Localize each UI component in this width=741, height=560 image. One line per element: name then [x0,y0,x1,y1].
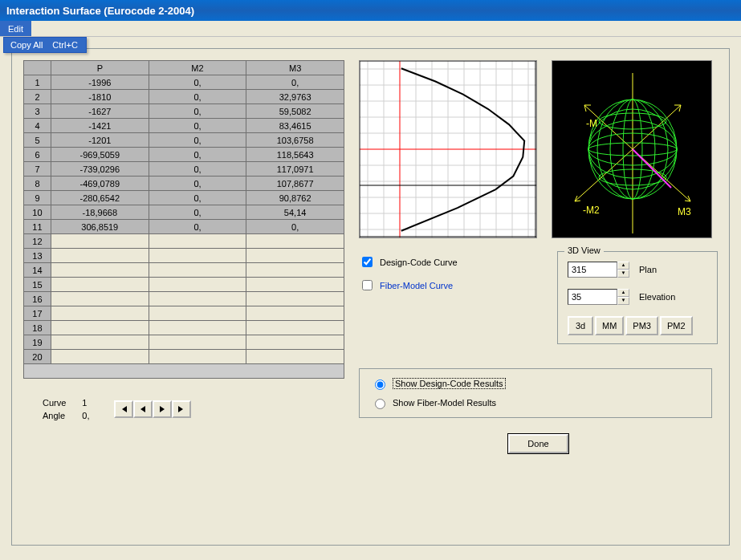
table-row[interactable]: 19 [24,335,344,350]
cell-m2[interactable]: 0, [149,119,246,133]
cell-m3[interactable]: 90,8762 [246,191,344,205]
view-3d-button[interactable]: 3d [568,316,593,335]
data-table[interactable]: P M2 M3 1-19960,0,2-18100,32,97633-16270… [23,60,344,364]
cell-p[interactable]: 306,8519 [51,220,149,234]
plan-spinner[interactable]: ▲ ▼ [568,262,629,278]
menu-edit[interactable]: Edit [0,21,31,36]
table-row[interactable]: 12 [24,234,344,249]
cell-m2[interactable]: 0, [149,191,246,205]
cell-m2[interactable] [149,234,246,249]
table-row[interactable]: 11306,85190,0, [24,220,344,234]
cell-m3[interactable]: 117,0971 [246,162,344,177]
cell-p[interactable]: -18,9668 [51,205,149,220]
cell-m2[interactable]: 0, [149,205,246,220]
show-design-code-input[interactable] [375,379,385,390]
view-pm3-button[interactable]: PM3 [625,316,658,335]
cell-m3[interactable] [246,321,344,335]
fiber-model-curve-input[interactable] [362,280,373,290]
table-row[interactable]: 10-18,96680,54,14 [24,205,344,220]
table-row[interactable]: 8-469,07890,107,8677 [24,177,344,191]
cell-p[interactable] [51,278,149,292]
cell-p[interactable] [51,335,149,350]
table-row[interactable]: 5-12010,103,6758 [24,133,344,148]
view-pm2-button[interactable]: PM2 [660,316,693,335]
table-row[interactable]: 7-739,02960,117,0971 [24,162,344,177]
cell-m2[interactable]: 0, [149,104,246,119]
cell-p[interactable] [51,263,149,278]
cell-m2[interactable]: 0, [149,220,246,234]
cell-m3[interactable]: 118,5643 [246,148,344,162]
cell-p[interactable]: -1421 [51,119,149,133]
nav-prev-button[interactable] [133,400,153,418]
elevation-input[interactable] [568,289,617,305]
cell-m2[interactable] [149,292,246,306]
cell-m3[interactable] [246,278,344,292]
cell-m2[interactable]: 0, [149,133,246,148]
table-row[interactable]: 13 [24,249,344,263]
cell-m3[interactable]: 107,8677 [246,177,344,191]
cell-m2[interactable] [149,335,246,350]
cell-p[interactable]: -1201 [51,133,149,148]
cell-p[interactable] [51,249,149,263]
cell-p[interactable] [51,306,149,321]
table-row[interactable]: 18 [24,321,344,335]
cell-p[interactable]: -1810 [51,90,149,104]
cell-m3[interactable]: 0, [246,220,344,234]
nav-last-button[interactable] [172,400,191,418]
design-code-curve-checkbox[interactable]: Design-Code Curve [359,254,458,270]
elevation-down-button[interactable]: ▼ [617,297,629,305]
elevation-up-button[interactable]: ▲ [617,289,629,297]
cell-m3[interactable] [246,234,344,249]
cell-m3[interactable] [246,249,344,263]
cell-m2[interactable] [149,306,246,321]
cell-m2[interactable]: 0, [149,177,246,191]
cell-m2[interactable] [149,278,246,292]
table-row[interactable]: 2-18100,32,9763 [24,90,344,104]
table-row[interactable]: 3-16270,59,5082 [24,104,344,119]
table-h-scrollbar[interactable] [23,364,344,379]
cell-p[interactable] [51,350,149,364]
cell-m2[interactable]: 0, [149,162,246,177]
done-button[interactable]: Done [508,434,568,453]
table-row[interactable]: 20 [24,350,344,364]
cell-m3[interactable] [246,263,344,278]
cell-m2[interactable] [149,321,246,335]
cell-m3[interactable]: 83,4615 [246,119,344,133]
menu-copy-all[interactable]: Copy All Ctrl+C [4,38,86,52]
cell-m3[interactable] [246,350,344,364]
table-row[interactable]: 9-280,65420,90,8762 [24,191,344,205]
cell-p[interactable]: -280,6542 [51,191,149,205]
cell-p[interactable] [51,321,149,335]
table-row[interactable]: 1-19960,0, [24,75,344,90]
table-row[interactable]: 16 [24,292,344,306]
table-row[interactable]: 17 [24,306,344,321]
table-row[interactable]: 6-969,50590,118,5643 [24,148,344,162]
table-row[interactable]: 15 [24,278,344,292]
cell-p[interactable]: -469,0789 [51,177,149,191]
nav-first-button[interactable] [114,400,133,418]
nav-next-button[interactable] [153,400,172,418]
cell-m2[interactable]: 0, [149,90,246,104]
cell-m3[interactable]: 103,6758 [246,133,344,148]
cell-m3[interactable]: 32,9763 [246,90,344,104]
table-row[interactable]: 4-14210,83,4615 [24,119,344,133]
cell-m2[interactable] [149,249,246,263]
cell-m3[interactable] [246,292,344,306]
plan-down-button[interactable]: ▼ [617,270,629,278]
cell-m2[interactable]: 0, [149,75,246,90]
cell-p[interactable]: -1996 [51,75,149,90]
cell-m3[interactable]: 0, [246,75,344,90]
plan-input[interactable] [568,262,617,278]
fiber-model-curve-checkbox[interactable]: Fiber-Model Curve [359,278,458,293]
cell-m2[interactable] [149,263,246,278]
cell-p[interactable]: -739,0296 [51,162,149,177]
show-fiber-model-radio[interactable]: Show Fiber-Model Results [371,396,700,409]
cell-m3[interactable] [246,306,344,321]
view-mm-button[interactable]: MM [595,316,624,335]
elevation-spinner[interactable]: ▲ ▼ [568,289,629,305]
show-fiber-model-input[interactable] [375,399,385,409]
cell-m3[interactable]: 59,5082 [246,104,344,119]
cell-p[interactable]: -1627 [51,104,149,119]
show-design-code-radio[interactable]: Show Design-Code Results [371,377,700,390]
cell-m3[interactable] [246,335,344,350]
